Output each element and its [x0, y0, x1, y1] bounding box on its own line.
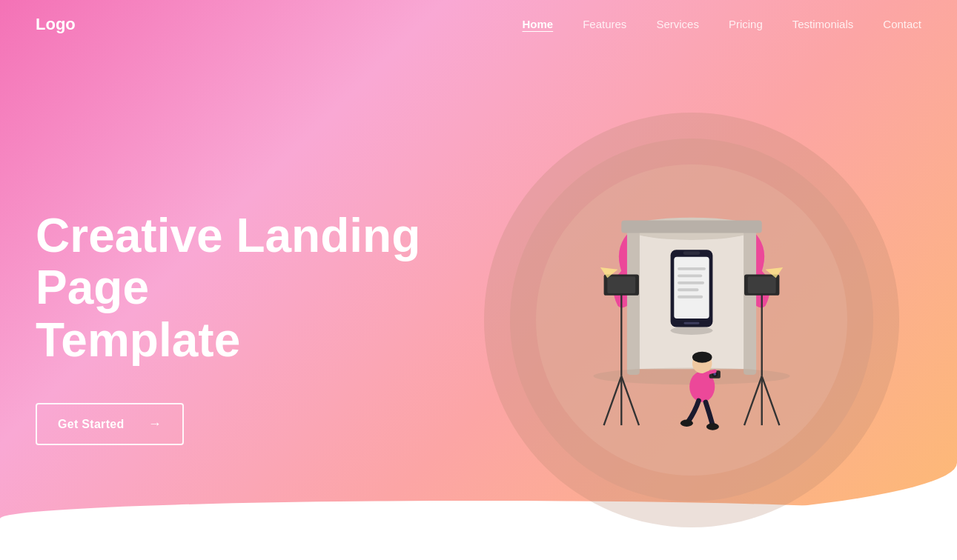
svg-rect-6 [674, 257, 709, 319]
svg-line-26 [744, 376, 762, 425]
svg-rect-9 [678, 274, 702, 277]
svg-point-39 [681, 420, 693, 427]
svg-rect-12 [678, 296, 703, 299]
nav-item-features[interactable]: Features [583, 18, 626, 31]
hero-section: Creative Landing Page Template Get Start… [0, 49, 957, 560]
svg-rect-24 [607, 276, 635, 293]
svg-rect-8 [678, 267, 706, 270]
hero-illustration [462, 98, 921, 542]
hero-text-block: Creative Landing Page Template Get Start… [36, 195, 421, 445]
nav-link-contact[interactable]: Contact [883, 18, 921, 30]
studio-illustration [551, 187, 832, 453]
svg-point-40 [706, 423, 719, 430]
svg-rect-11 [678, 288, 698, 291]
nav-links: Home Features Services Pricing Testimoni… [522, 18, 921, 31]
hero-title: Creative Landing Page Template [36, 210, 421, 366]
nav-item-pricing[interactable]: Pricing [729, 18, 763, 31]
svg-rect-7 [683, 251, 701, 255]
nav-link-home[interactable]: Home [522, 18, 553, 30]
svg-line-27 [762, 376, 780, 425]
nav-item-testimonials[interactable]: Testimonials [792, 18, 854, 31]
nav-link-testimonials[interactable]: Testimonials [792, 18, 854, 30]
svg-rect-4 [621, 220, 761, 233]
nav-link-pricing[interactable]: Pricing [729, 18, 763, 30]
page-wrapper: Logo Home Features Services Pricing Test… [0, 0, 957, 560]
logo: Logo [36, 15, 76, 34]
nav-item-home[interactable]: Home [522, 18, 553, 31]
nav-link-features[interactable]: Features [583, 18, 626, 30]
svg-rect-3 [744, 227, 756, 375]
svg-rect-31 [748, 276, 776, 293]
svg-rect-2 [627, 227, 640, 375]
nav-item-contact[interactable]: Contact [883, 18, 921, 31]
arrow-right-icon: → [148, 416, 162, 432]
nav-item-services[interactable]: Services [656, 18, 699, 31]
svg-rect-13 [684, 322, 700, 324]
svg-line-20 [621, 376, 639, 425]
cta-label: Get Started [58, 418, 125, 431]
nav-link-services[interactable]: Services [656, 18, 699, 30]
navbar: Logo Home Features Services Pricing Test… [0, 0, 957, 49]
svg-line-19 [604, 376, 622, 425]
get-started-button[interactable]: Get Started → [36, 403, 184, 445]
svg-point-35 [692, 352, 712, 363]
svg-rect-10 [678, 281, 704, 284]
svg-point-14 [671, 327, 713, 335]
